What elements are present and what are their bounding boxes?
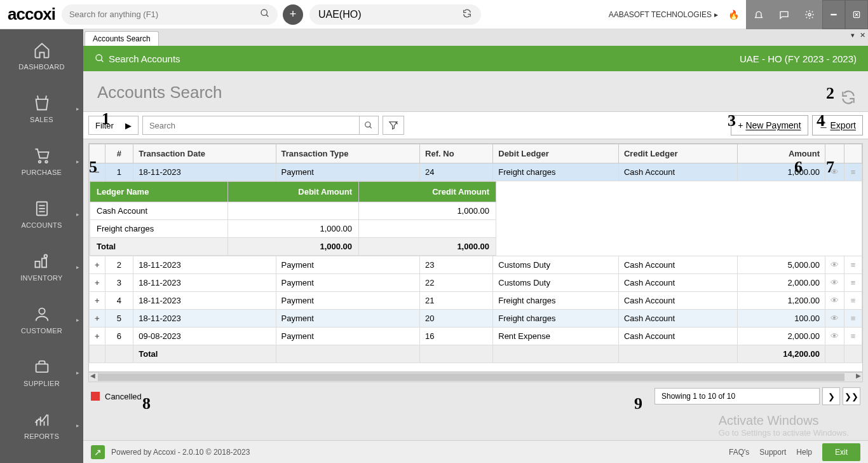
expand-icon[interactable]: + — [90, 328, 105, 345]
clear-filter-button[interactable] — [383, 116, 404, 135]
cancelled-swatch — [91, 392, 100, 401]
add-button[interactable]: + — [283, 4, 303, 25]
sync-icon[interactable] — [462, 8, 472, 21]
table-row[interactable]: +318-11-2023Payment22Customs DutyCash Ac… — [90, 274, 862, 292]
sidebar-item-inventory[interactable]: INVENTORY ▸ — [0, 240, 83, 293]
eye-icon[interactable]: 👁 — [825, 292, 844, 310]
col-type[interactable]: Transaction Type — [276, 144, 420, 163]
menu-icon[interactable]: ≡ — [844, 274, 862, 292]
menu-icon[interactable]: ≡ — [844, 292, 862, 310]
menu-icon[interactable]: ≡ — [844, 310, 862, 328]
sidebar-item-dashboard[interactable]: DASHBOARD — [0, 29, 83, 82]
eye-icon[interactable]: 👁 — [825, 163, 844, 181]
fire-icon[interactable]: 🔥 — [726, 7, 741, 22]
horizontal-scrollbar[interactable] — [88, 372, 863, 382]
page-title: Accounts Search — [97, 83, 854, 102]
svg-point-22 — [96, 55, 102, 60]
footer-logo-icon: ↗ — [91, 445, 105, 459]
search-box — [142, 116, 379, 135]
global-search[interactable] — [62, 4, 278, 25]
transactions-grid: # Transaction Date Transaction Type Ref.… — [88, 143, 863, 372]
table-row[interactable]: +518-11-2023Payment20Freight chargesCash… — [90, 310, 862, 328]
expand-icon[interactable]: + — [90, 256, 105, 274]
table-row[interactable]: +609-08-2023Payment16Rent ExpenseCash Ac… — [90, 328, 862, 345]
title-area: Accounts Search — [83, 71, 868, 111]
col-date[interactable]: Transaction Date — [133, 144, 276, 163]
eye-icon[interactable]: 👁 — [825, 310, 844, 328]
sidebar-item-label: REPORTS — [24, 432, 59, 440]
powered-by: Powered by Accoxi - 2.0.10 © 2018-2023 — [111, 448, 250, 457]
sub-row: Freight charges1,000.00 — [90, 220, 496, 238]
col-amount[interactable]: Amount — [737, 144, 825, 163]
sub-col-credit: Credit Amount — [359, 182, 496, 202]
play-icon: ▶ — [125, 121, 132, 130]
menu-icon[interactable]: ≡ — [844, 328, 862, 345]
chat-icon[interactable] — [771, 0, 797, 29]
faqs-link[interactable]: FAQ's — [729, 448, 749, 457]
sidebar: DASHBOARD SALES ▸ PURCHASE ▸ ACCOUNTS ▸ … — [0, 29, 83, 463]
sidebar-item-supplier[interactable]: SUPPLIER ▸ — [0, 346, 83, 399]
gear-icon[interactable] — [797, 0, 822, 29]
svg-line-25 — [370, 127, 372, 128]
svg-point-8 — [45, 160, 48, 163]
eye-icon[interactable]: 👁 — [825, 328, 844, 345]
tab-actions: ▾ ✕ — [851, 31, 865, 39]
tab-close-icon[interactable]: ✕ — [860, 31, 865, 39]
topbar: accoxi + UAE(HO) AABASOFT TECHNOLOGIES 🔥 — [0, 0, 868, 29]
table-row[interactable]: − 1 18-11-2023 Payment 24 Freight charge… — [90, 163, 862, 181]
tab-dropdown-icon[interactable]: ▾ — [851, 31, 855, 39]
exit-button[interactable]: Exit — [822, 443, 860, 461]
company-name[interactable]: AABASOFT TECHNOLOGIES — [609, 10, 718, 19]
sidebar-item-purchase[interactable]: PURCHASE ▸ — [0, 135, 83, 188]
banner-context: UAE - HO (FY 2023 - 2023) — [740, 53, 857, 64]
menu-icon[interactable]: ≡ — [844, 163, 862, 181]
chevron-right-icon: ▸ — [76, 211, 79, 218]
pager-status: Showing 1 to 10 of 10 — [654, 388, 820, 404]
content: Accounts Search ▾ ✕ Search Accounts UAE … — [83, 29, 868, 463]
chevron-right-icon: ▸ — [76, 422, 79, 429]
org-selector[interactable]: UAE(HO) — [309, 4, 481, 25]
refresh-icon[interactable] — [840, 89, 857, 109]
tab-accounts-search[interactable]: Accounts Search — [85, 31, 159, 46]
sidebar-item-accounts[interactable]: ACCOUNTS ▸ — [0, 188, 83, 240]
expand-icon[interactable]: + — [90, 292, 105, 310]
sidebar-item-sales[interactable]: SALES ▸ — [0, 82, 83, 135]
svg-point-7 — [38, 160, 41, 163]
col-debit[interactable]: Debit Ledger — [493, 144, 619, 163]
col-credit[interactable]: Credit Ledger — [618, 144, 737, 163]
support-link[interactable]: Support — [759, 448, 786, 457]
filter-button[interactable]: Filter ▶ — [88, 116, 139, 135]
table-row[interactable]: +218-11-2023Payment23Customs DutyCash Ac… — [90, 256, 862, 274]
plus-icon: + — [738, 120, 743, 130]
svg-rect-14 — [42, 258, 46, 267]
next-page-button[interactable]: ❯ — [822, 387, 840, 405]
search-input[interactable] — [143, 121, 359, 130]
eye-icon[interactable]: 👁 — [825, 256, 844, 274]
table-row[interactable]: +418-11-2023Payment21Freight chargesCash… — [90, 292, 862, 310]
minimize-button[interactable] — [822, 0, 845, 29]
expand-icon[interactable]: + — [90, 274, 105, 292]
sidebar-item-customer[interactable]: CUSTOMER ▸ — [0, 293, 83, 346]
col-ref[interactable]: Ref. No — [420, 144, 493, 163]
expand-icon[interactable]: + — [90, 310, 105, 328]
global-search-input[interactable] — [69, 10, 260, 19]
close-button[interactable] — [845, 0, 868, 29]
sidebar-item-label: PURCHASE — [22, 169, 62, 176]
menu-icon[interactable]: ≡ — [844, 256, 862, 274]
col-idx[interactable]: # — [105, 144, 133, 163]
bell-icon[interactable] — [746, 0, 771, 29]
search-icon[interactable] — [260, 8, 270, 21]
filter-label: Filter — [95, 121, 114, 130]
eye-icon[interactable]: 👁 — [825, 274, 844, 292]
collapse-icon[interactable]: − — [90, 163, 105, 181]
chevron-right-icon: ▸ — [76, 106, 79, 112]
search-button[interactable] — [359, 116, 378, 134]
svg-rect-3 — [831, 14, 836, 15]
new-payment-label: New Payment — [745, 120, 801, 130]
sidebar-item-reports[interactable]: REPORTS ▸ — [0, 399, 83, 452]
help-link[interactable]: Help — [796, 448, 812, 457]
svg-rect-17 — [36, 364, 48, 372]
new-payment-button[interactable]: + New Payment — [731, 115, 808, 135]
export-button[interactable]: Export — [812, 115, 863, 135]
last-page-button[interactable]: ❯❯ — [843, 387, 860, 405]
